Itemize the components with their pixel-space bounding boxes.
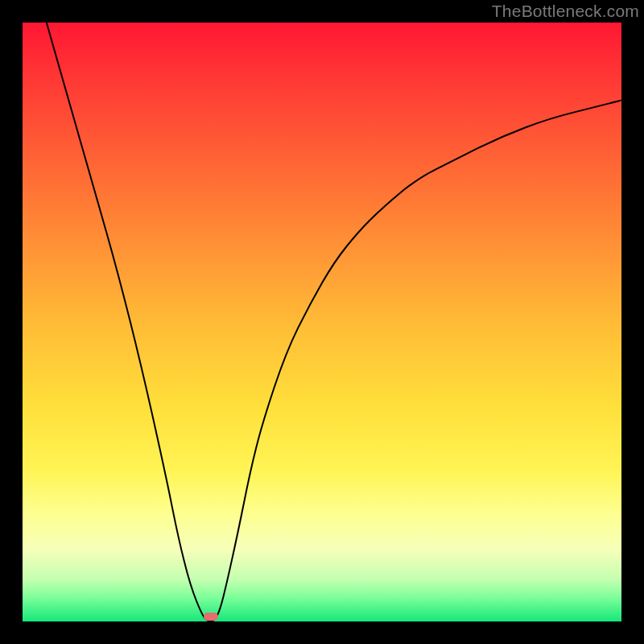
watermark-text: TheBottleneck.com (492, 2, 639, 21)
chart-frame: TheBottleneck.com (0, 0, 644, 644)
optimal-point-marker (204, 613, 218, 621)
curve-layer (23, 23, 621, 621)
bottleneck-curve (47, 23, 621, 621)
plot-area (23, 23, 621, 621)
